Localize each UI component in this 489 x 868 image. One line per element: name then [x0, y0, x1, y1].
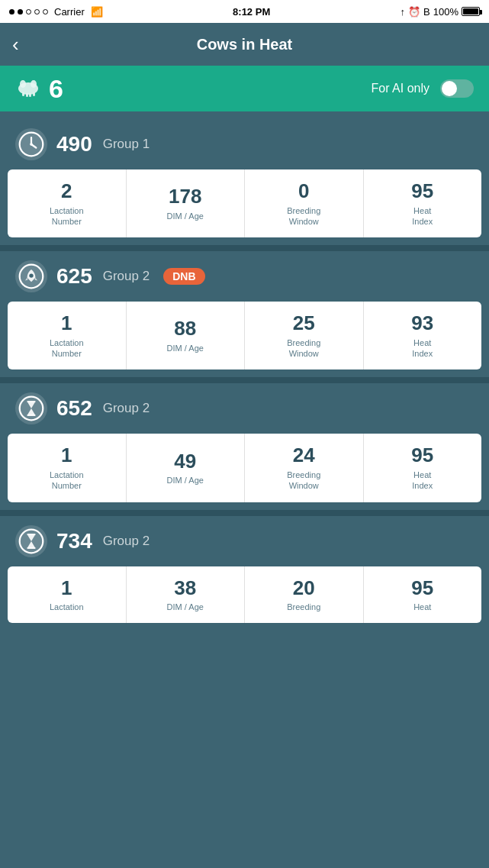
signal-dot-5: [43, 9, 48, 15]
stats-row: 1 LactationNumber 88 DIM / Age 25 Breedi…: [8, 302, 481, 369]
stats-row: 2 LactationNumber 178 DIM / Age 0 Breedi…: [8, 169, 481, 237]
page-title: Cows in Heat: [197, 36, 293, 53]
cow-list: 490 Group 1 2 LactationNumber 178 DIM / …: [0, 111, 489, 638]
stat-label: BreedingWindow: [287, 337, 320, 360]
status-time: 8:12 PM: [233, 6, 270, 18]
svg-rect-6: [33, 92, 35, 96]
svg-point-12: [29, 274, 33, 278]
stat-label: DIM / Age: [167, 602, 204, 612]
cow-header: 734 Group 2: [0, 516, 489, 566]
status-right-area: ↑ ⏰ B 100%: [401, 6, 480, 18]
alarm-icon: ⏰: [408, 6, 420, 18]
cow-icon: [15, 76, 41, 102]
stat-value: 178: [169, 186, 201, 208]
svg-point-16: [20, 529, 43, 553]
cow-card: 734 Group 2 1 Lactation 38 DIM / Age 20 …: [0, 516, 489, 624]
stats-row: 1 Lactation 38 DIM / Age 20 Breeding 95 …: [8, 566, 481, 624]
cow-group: Group 2: [103, 269, 150, 284]
svg-point-10: [30, 143, 33, 146]
stat-value: 20: [293, 577, 315, 599]
stat-cell: 20 Breeding: [245, 566, 364, 624]
stat-value: 95: [411, 577, 433, 599]
cow-card: 490 Group 1 2 LactationNumber 178 DIM / …: [0, 119, 489, 237]
svg-rect-4: [26, 93, 28, 97]
svg-rect-5: [29, 93, 31, 97]
stat-cell: 25 BreedingWindow: [245, 302, 364, 369]
carrier-label: Carrier: [54, 6, 85, 18]
section-divider: [0, 510, 489, 516]
cow-id: 652: [56, 396, 92, 421]
stat-label: LactationNumber: [50, 337, 84, 360]
cow-group: Group 2: [103, 534, 150, 549]
stat-label: BreedingWindow: [287, 205, 320, 227]
signal-dot-2: [18, 9, 23, 15]
stat-cell: 95 Heat: [364, 566, 482, 624]
cow-header: 625 Group 2 DNB: [0, 251, 489, 302]
stat-value: 0: [298, 180, 309, 202]
stat-value: 24: [293, 444, 315, 466]
cow-id: 734: [56, 529, 92, 553]
cow-icon-circle: [15, 392, 47, 424]
stat-value: 49: [174, 450, 196, 473]
stat-value: 38: [174, 577, 196, 599]
stat-value: 95: [411, 444, 433, 466]
svg-point-2: [31, 80, 37, 88]
cow-icon-circle: [15, 260, 47, 292]
cow-id: 490: [56, 132, 92, 156]
stat-label: LactationNumber: [50, 205, 84, 227]
stat-cell: 24 BreedingWindow: [245, 434, 364, 502]
stat-cell: 178 DIM / Age: [127, 169, 246, 237]
cow-icon-circle: [15, 128, 47, 160]
stat-cell: 95 HeatIndex: [364, 434, 482, 502]
stat-label: Heat: [413, 602, 431, 612]
stat-cell: 93 HeatIndex: [364, 302, 482, 369]
stat-label: HeatIndex: [412, 205, 433, 227]
section-divider: [0, 377, 489, 383]
wifi-icon: 📶: [91, 6, 103, 18]
stat-cell: 1 LactationNumber: [8, 434, 127, 502]
cow-header: 652 Group 2: [0, 383, 489, 434]
cow-id: 625: [56, 264, 92, 289]
stat-cell: 1 Lactation: [8, 566, 127, 624]
stat-label: Breeding: [287, 602, 320, 612]
ai-toggle-area: For AI only: [372, 79, 474, 98]
signal-area: Carrier 📶: [9, 6, 103, 18]
stat-label: DIM / Age: [167, 475, 204, 486]
bluetooth-icon: B: [423, 6, 430, 18]
battery-percent: 100%: [433, 6, 458, 18]
ai-only-label: For AI only: [372, 82, 429, 95]
status-bar: Carrier 📶 8:12 PM ↑ ⏰ B 100%: [0, 0, 489, 23]
battery-icon: [462, 7, 480, 16]
stat-value: 25: [293, 312, 315, 334]
ai-only-toggle[interactable]: [440, 79, 474, 98]
toggle-knob: [442, 81, 457, 96]
signal-dot-3: [26, 9, 31, 15]
cow-icon-circle: [15, 525, 47, 557]
cow-count: 6: [49, 74, 63, 104]
cow-group: Group 1: [103, 137, 150, 152]
stat-label: Lactation: [50, 602, 84, 612]
stat-cell: 0 BreedingWindow: [245, 169, 364, 237]
stat-label: DIM / Age: [167, 343, 204, 353]
dnb-badge: DNB: [163, 268, 204, 285]
stat-value: 95: [411, 180, 433, 202]
stat-value: 1: [61, 577, 72, 599]
stat-label: HeatIndex: [412, 469, 433, 492]
stat-cell: 2 LactationNumber: [8, 169, 127, 237]
stat-value: 2: [61, 180, 72, 202]
stat-value: 1: [61, 312, 72, 334]
svg-point-1: [20, 80, 26, 88]
stat-value: 88: [174, 318, 196, 340]
back-button[interactable]: ‹: [12, 34, 19, 54]
stat-cell: 49 DIM / Age: [127, 434, 246, 502]
stat-value: 93: [411, 312, 433, 334]
stat-label: BreedingWindow: [287, 469, 320, 492]
svg-point-13: [20, 397, 43, 421]
nav-bar: ‹ Cows in Heat: [0, 23, 489, 66]
stats-row: 1 LactationNumber 49 DIM / Age 24 Breedi…: [8, 434, 481, 502]
cow-group: Group 2: [103, 401, 150, 416]
signal-dot-4: [34, 9, 40, 15]
section-divider: [0, 245, 489, 251]
svg-rect-3: [22, 92, 24, 96]
stat-cell: 1 LactationNumber: [8, 302, 127, 369]
